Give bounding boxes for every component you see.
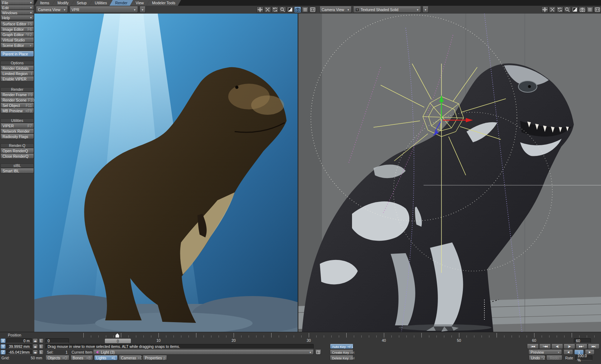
- list-icon[interactable]: [302, 6, 309, 13]
- sidebar-button-scene-editor[interactable]: Scene Editor▼: [0, 43, 34, 48]
- create-key-button[interactable]: Create Keyret: [330, 350, 353, 355]
- tab-setup[interactable]: Setup: [71, 0, 92, 6]
- rotate-icon[interactable]: [272, 6, 279, 13]
- menu-file[interactable]: File▼: [0, 0, 34, 5]
- item-list-panel-button[interactable]: [315, 350, 321, 355]
- x-spinner[interactable]: ◀▶: [33, 338, 38, 343]
- button-lights[interactable]: Lights+L: [94, 355, 118, 360]
- sidebar-button-parent-in-place[interactable]: Parent in Place: [0, 51, 34, 57]
- z-spinner[interactable]: ◀▶: [33, 350, 38, 355]
- menu-help[interactable]: Help▼: [0, 15, 34, 20]
- end-frame-field[interactable]: 60: [574, 338, 591, 343]
- undo-button[interactable]: Undo^Z: [529, 355, 545, 360]
- redo-button[interactable]: Redo: [546, 355, 562, 360]
- button-bones[interactable]: Bones+B: [70, 355, 93, 360]
- camera-toggle-icon[interactable]: [294, 6, 301, 13]
- section-header-sibl: sIBL: [0, 163, 34, 168]
- camera-toggle-icon[interactable]: [579, 6, 586, 13]
- spinner-arrows-icon: ◀▶: [34, 351, 37, 354]
- sidebar-button-enable-viper[interactable]: Enable VIPER: [0, 77, 34, 82]
- tab-view[interactable]: View: [130, 0, 150, 6]
- button-label: Redo: [550, 356, 559, 360]
- jump-to-end-button[interactable]: ▶▶|: [588, 344, 600, 349]
- sidebar-button-render-globals[interactable]: Render Globals: [0, 66, 34, 71]
- button-objects[interactable]: Objects+O: [45, 355, 69, 360]
- play-reverse-button[interactable]: ◀: [563, 350, 573, 355]
- button-label: Create Key: [332, 350, 349, 354]
- y-value-field[interactable]: 39.9992 mm: [6, 344, 32, 349]
- jump-to-start-button[interactable]: |◀◀: [527, 344, 539, 349]
- sidebar-button-sel-object[interactable]: Sel ObjectF11: [0, 103, 34, 108]
- z-envelope-button[interactable]: E: [39, 350, 44, 355]
- y-envelope-button[interactable]: E: [39, 344, 44, 349]
- sidebar-button-smart-ibl[interactable]: Smart IBL: [0, 168, 34, 173]
- sidebar-button-close-renderq[interactable]: Close RenderQ: [0, 154, 34, 159]
- dolly-icon[interactable]: [264, 6, 271, 13]
- transport-glyph: ▶▶|: [592, 345, 596, 348]
- start-frame-field[interactable]: 0: [45, 338, 69, 343]
- x-axis-button[interactable]: X: [0, 338, 6, 343]
- tab-modeler-tools[interactable]: Modeler Tools: [146, 0, 181, 6]
- menu-windows[interactable]: Windows▼: [0, 10, 34, 15]
- menu-edit[interactable]: Edit▼: [0, 5, 34, 10]
- x-value-field[interactable]: 0 m: [6, 338, 32, 343]
- next-frame-button[interactable]: ||▶: [563, 344, 575, 349]
- sidebar-button-render-frame[interactable]: Render FrameF9: [0, 92, 34, 97]
- button-label: Enable VIPER: [3, 77, 26, 81]
- pan-icon[interactable]: [541, 6, 548, 13]
- left-view-mode-dropdown[interactable]: Camera View▼: [36, 6, 68, 13]
- envelope-label: E: [40, 350, 42, 354]
- sidebar-button-viper[interactable]: VIPERF7: [0, 123, 34, 128]
- right-view-mode-dropdown[interactable]: Camera View▼: [319, 6, 352, 13]
- zoom-icon[interactable]: [279, 6, 286, 13]
- sidebar-button-render-scene[interactable]: Render SceneF10: [0, 98, 34, 103]
- button-properties[interactable]: Propertiesp: [143, 355, 167, 360]
- sidebar: Surface EditorF5 Image EditorF6 Graph Ed…: [0, 21, 34, 332]
- zoom-icon[interactable]: [564, 6, 571, 13]
- sidebar-button-limited-region[interactable]: Limited Regionl: [0, 71, 34, 76]
- frame-icon[interactable]: [594, 6, 601, 13]
- y-spinner[interactable]: ◀▶: [33, 344, 38, 349]
- sidebar-button-mb-preview[interactable]: MB Preview+F9: [0, 108, 34, 113]
- previous-key-button[interactable]: +◀◀: [539, 344, 551, 349]
- delete-key-button[interactable]: Delete Keydel: [330, 355, 353, 360]
- sidebar-button-virtual-studio[interactable]: Virtual Studio: [0, 38, 34, 43]
- timeline-handle[interactable]: 0: [104, 338, 131, 344]
- tab-modify[interactable]: Modify: [52, 0, 74, 6]
- left-render-mode-dropdown[interactable]: VPR▼: [69, 6, 138, 13]
- next-key-button[interactable]: ▶▶+: [576, 344, 587, 349]
- viewport-right-shaded[interactable]: [298, 14, 601, 332]
- current-item-dropdown[interactable]: Light (3) ▼: [93, 350, 314, 355]
- dolly-icon[interactable]: [549, 6, 556, 13]
- sidebar-button-graph-editor[interactable]: Graph Editor^F2: [0, 32, 34, 37]
- tab-render[interactable]: Render: [109, 0, 133, 6]
- tab-items[interactable]: Items: [34, 0, 55, 6]
- frame-marker-pin[interactable]: [116, 333, 119, 338]
- x-envelope-button[interactable]: E: [39, 338, 44, 343]
- list-icon[interactable]: [586, 6, 593, 13]
- previous-frame-button[interactable]: ◀||: [551, 344, 563, 349]
- rotate-icon[interactable]: [556, 6, 563, 13]
- expand-viewport-icon[interactable]: [571, 6, 578, 13]
- preview-dropdown[interactable]: Preview▼: [528, 350, 562, 355]
- viewport-left-vpr[interactable]: [34, 14, 298, 332]
- y-axis-button[interactable]: Y: [0, 344, 6, 349]
- sidebar-button-radiosity-flags[interactable]: Radiosity Flags: [0, 134, 34, 139]
- z-value-field[interactable]: -65.0419mm: [6, 350, 32, 355]
- expand-viewport-icon[interactable]: [287, 6, 294, 13]
- sidebar-button-network-render[interactable]: Network Render: [0, 129, 34, 134]
- transport-glyph: |◀◀: [531, 345, 535, 348]
- sidebar-button-surface-editor[interactable]: Surface EditorF5: [0, 21, 34, 26]
- auto-key-button[interactable]: Auto Key+F1: [330, 344, 353, 349]
- sidebar-button-image-editor[interactable]: Image EditorF6: [0, 27, 34, 32]
- frame-icon[interactable]: [309, 6, 316, 13]
- right-viewport-options-dropdown[interactable]: ▼: [422, 6, 429, 13]
- tab-utilities[interactable]: Utilities: [89, 0, 113, 6]
- right-render-mode-dropdown[interactable]: TTextured Shaded Solid▼: [353, 6, 421, 13]
- pan-icon[interactable]: [256, 6, 264, 13]
- sidebar-button-open-renderq[interactable]: Open RenderQ: [0, 148, 34, 153]
- z-axis-button[interactable]: Z: [0, 350, 6, 355]
- rate-field[interactable]: 100.0 %: [575, 355, 592, 360]
- button-cameras[interactable]: Cameras+C: [119, 355, 142, 360]
- left-viewport-options-dropdown[interactable]: ▼: [140, 6, 146, 13]
